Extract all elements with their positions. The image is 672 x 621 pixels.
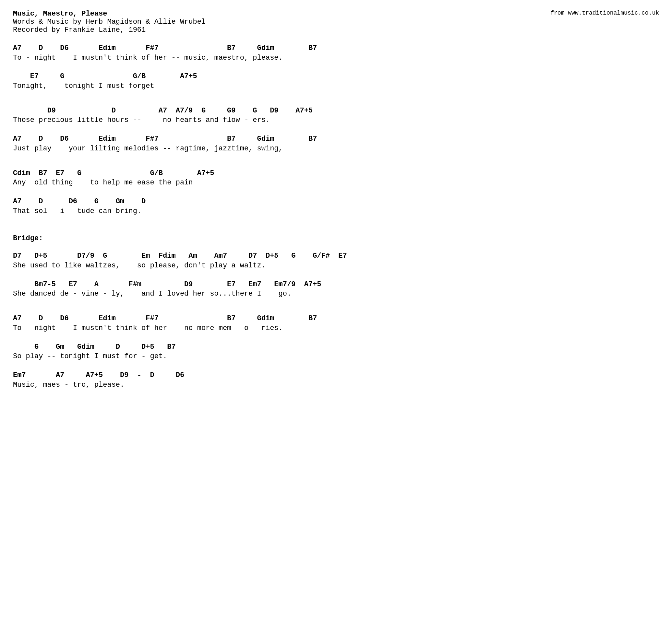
chord-line-1: E7 G G/B A7+5 [13, 72, 659, 81]
lyric-line-4: Any old thing to help me ease the pain [13, 178, 659, 188]
chord-line-2: D9 D A7 A7/9 G G9 G D9 A7+5 [13, 106, 659, 116]
spacer-5 [13, 225, 659, 231]
page-header: Music, Maestro, Please Words & Music by … [13, 10, 659, 34]
verse-block-1: E7 G G/B A7+5Tonight, tonight I must for… [13, 72, 659, 91]
final-lyric-line-0: To - night I mustn't think of her -- no … [13, 324, 659, 333]
final-lyric-line-1: So play -- tonight I must for - get. [13, 351, 659, 362]
lyric-line-1: Tonight, tonight I must forget [13, 81, 659, 91]
bridge-chord-line-1: Bm7-5 E7 A F#m D9 E7 Em7 Em7/9 A7+5 [13, 280, 659, 289]
lyric-line-5: That sol - i - tude can bring. [13, 206, 659, 216]
final-chord-line-0: A7 D D6 Edim F#7 B7 Gdim B7 [13, 314, 659, 324]
recorded-credit: Recorded by Frankie Laine, 1961 [13, 26, 544, 34]
verse-block-4: Cdim B7 E7 G G/B A7+5Any old thing to he… [13, 169, 659, 188]
bridge-verse-block-0: D7 D+5 D7/9 G Em Fdim Am Am7 D7 D+5 G G/… [13, 251, 659, 271]
spacer-1 [13, 100, 659, 106]
verse-block-0: A7 D D6 Edim F#7 B7 Gdim B7To - night I … [13, 44, 659, 63]
chord-line-4: Cdim B7 E7 G G/B A7+5 [13, 169, 659, 178]
spacer-3 [13, 163, 659, 169]
title-block: Music, Maestro, Please Words & Music by … [13, 10, 544, 34]
spacer-after-bridge [13, 308, 659, 314]
verse-block-2: D9 D A7 A7/9 G G9 G D9 A7+5Those preciou… [13, 106, 659, 125]
words-music-credit: Words & Music by Herb Magidson & Allie W… [13, 18, 544, 26]
source-link: from www.traditionalmusic.co.uk [550, 10, 659, 16]
song-title: Music, Maestro, Please [13, 10, 544, 18]
song-content: A7 D D6 Edim F#7 B7 Gdim B7To - night I … [13, 44, 659, 390]
final-verse-block-2: Em7 A7 A7+5 D9 - D D6Music, maes - tro, … [13, 371, 659, 390]
verse-block-5: A7 D D6 G Gm DThat sol - i - tude can br… [13, 197, 659, 216]
bridge-verse-block-1: Bm7-5 E7 A F#m D9 E7 Em7 Em7/9 A7+5She d… [13, 280, 659, 299]
bridge-lyric-line-1: She danced de - vine - ly, and I loved h… [13, 289, 659, 299]
chord-line-5: A7 D D6 G Gm D [13, 197, 659, 206]
final-verse-block-0: A7 D D6 Edim F#7 B7 Gdim B7To - night I … [13, 314, 659, 333]
bridge-lyric-line-0: She used to like waltzes, so please, don… [13, 261, 659, 271]
spacer-bridge [13, 246, 659, 251]
verse-block-3: A7 D D6 Edim F#7 B7 Gdim B7Just play you… [13, 134, 659, 154]
lyric-line-3: Just play your lilting melodies -- ragti… [13, 144, 659, 154]
lyric-line-2: Those precious little hours -- no hearts… [13, 115, 659, 125]
chord-line-3: A7 D D6 Edim F#7 B7 Gdim B7 [13, 134, 659, 144]
lyric-line-0: To - night I mustn't think of her -- mus… [13, 53, 659, 63]
bridge-label: Bridge: [13, 234, 659, 242]
final-chord-line-2: Em7 A7 A7+5 D9 - D D6 [13, 371, 659, 380]
bridge-chord-line-0: D7 D+5 D7/9 G Em Fdim Am Am7 D7 D+5 G G/… [13, 251, 659, 261]
final-verse-block-1: G Gm Gdim D D+5 B7So play -- tonight I m… [13, 342, 659, 362]
final-chord-line-1: G Gm Gdim D D+5 B7 [13, 342, 659, 352]
final-lyric-line-2: Music, maes - tro, please. [13, 380, 659, 390]
chord-line-0: A7 D D6 Edim F#7 B7 Gdim B7 [13, 44, 659, 53]
